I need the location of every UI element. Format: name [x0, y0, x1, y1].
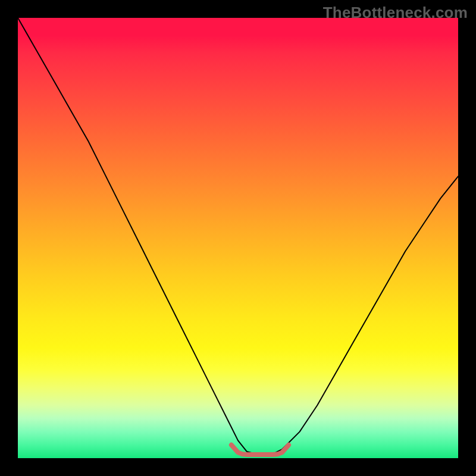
- curve-layer: [18, 18, 458, 458]
- bottleneck-curve: [18, 18, 458, 454]
- watermark-text: TheBottleneck.com: [323, 4, 468, 22]
- chart-frame: TheBottleneck.com: [0, 0, 476, 476]
- plot-area: [18, 18, 458, 458]
